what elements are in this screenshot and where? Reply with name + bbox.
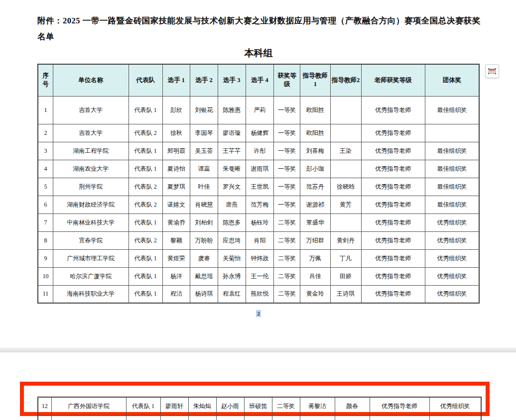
table-cell: 王世凯 xyxy=(246,178,274,196)
table-cell: 优秀指导老师 xyxy=(361,124,425,142)
table-cell: 杨钰玲 xyxy=(246,213,274,231)
table-cell: 二等奖 xyxy=(274,285,300,303)
table-cell: 覃盛华 xyxy=(300,213,330,231)
table-cell: 田娇 xyxy=(330,267,361,285)
table-cell: 范芳梅 xyxy=(246,196,274,213)
table-cell: 二等奖 xyxy=(274,267,300,285)
table-cell: 许彤 xyxy=(246,142,274,160)
table-cell: 广西外国语学院 xyxy=(51,397,126,415)
table-cell xyxy=(244,415,272,420)
column-header: 选手 2 xyxy=(190,64,218,96)
table-cell: 代表队 1 xyxy=(129,213,162,231)
table-select-button[interactable] xyxy=(485,64,499,78)
table-header-row: 序号单位名称代表队选手 1选手 2选手 3选手 4获奖等级指导教师1指导教师2老… xyxy=(38,64,479,96)
table-cell: 最佳组织奖 xyxy=(425,96,479,124)
table-cell: 吴玉荟 xyxy=(190,142,218,160)
table-cell: 代表队 1 xyxy=(129,249,162,267)
table-row xyxy=(38,415,481,420)
table-cell: 优秀组织奖 xyxy=(425,213,479,231)
table-cell: 刘喜梅 xyxy=(300,142,330,160)
table-cell: 谌婧文 xyxy=(162,196,190,213)
table-cell xyxy=(51,415,126,420)
table-cell: 优秀指导老师 xyxy=(361,178,425,196)
table-cell xyxy=(429,415,481,420)
table-cell: 熊欣悦 xyxy=(246,285,274,303)
table-cell: 一等奖 xyxy=(274,142,300,160)
table-cell: 万盼盼 xyxy=(190,231,218,249)
table-cell: 杨诗琪 xyxy=(190,285,218,303)
table-cell xyxy=(216,415,244,420)
column-header: 指导教师2 xyxy=(330,64,361,96)
table-cell xyxy=(330,213,361,231)
table-cell: 黄剑丹 xyxy=(330,231,361,249)
table-row: 5荆州学院代表队 2夏梦琪叶佳罗兴文王世凯一等奖范苏丹徐晓晗优秀指导老师最佳组织… xyxy=(38,178,479,196)
table-cell: 广州城市理工学院 xyxy=(53,249,129,267)
table-cell: 湖南工程学院 xyxy=(53,142,129,160)
table-cell: 黄煜荣 xyxy=(162,249,190,267)
table-cell: 二等奖 xyxy=(274,213,300,231)
table-cell: 虞睿 xyxy=(190,249,218,267)
table-select-icon xyxy=(488,67,497,75)
table-cell: 班硕笛 xyxy=(244,397,272,415)
table-cell: 荆州学院 xyxy=(53,178,129,196)
table-cell: 谭蕊 xyxy=(190,160,218,178)
table-cell: 中南林业科技大学 xyxy=(53,213,129,231)
column-header: 单位名称 xyxy=(53,64,129,96)
page-number: 2 xyxy=(256,310,261,317)
table-row: 6湖南财政经济学院代表队 2谌婧文肖晓慧唐燕范芳梅一等奖谢源祁黄芳优秀指导老师最… xyxy=(38,196,479,213)
table-row: 3湖南工程学院代表队 1郑明霞吴玉荟王芊芊许彤一等奖刘喜梅王染优秀指导老师最佳组… xyxy=(38,142,479,160)
table-cell: 钟炜政 xyxy=(246,249,274,267)
table-cell: 二等奖 xyxy=(274,231,300,249)
awards-table-undergraduate: 序号单位名称代表队选手 1选手 2选手 3选手 4获奖等级指导教师1指导教师2老… xyxy=(37,64,480,304)
table-cell xyxy=(272,415,300,420)
table-cell: 3 xyxy=(38,142,53,160)
table-cell xyxy=(126,415,160,420)
awards-table-continued: 12广西外国语学院代表队 1廖雨轩朱灿灿赵小雨班硕笛二等奖蒋黎洁颜春优秀指导老师… xyxy=(37,397,482,420)
table-cell: 刘柏剑 xyxy=(190,213,218,231)
table-cell: 优秀组织奖 xyxy=(425,231,479,249)
table-cell: 蒋黎洁 xyxy=(300,397,335,415)
table-cell xyxy=(188,415,216,420)
table-cell: 陈恩多 xyxy=(218,213,246,231)
table-cell: 赵小雨 xyxy=(216,397,244,415)
table-cell: 哈尔滨广厦学院 xyxy=(53,267,129,285)
table-cell: 二等奖 xyxy=(274,249,300,267)
table-row: 9广州城市理工学院代表队 1黄煜荣虞睿关菊怡钟炜政二等奖万佩丁凡优秀指导老师优秀… xyxy=(38,249,479,267)
table-cell xyxy=(300,415,335,420)
table-cell: 最佳组织奖 xyxy=(425,178,479,196)
table-cell xyxy=(370,415,429,420)
table-cell: 杨健辉 xyxy=(246,124,274,142)
table-cell: 吉首大学 xyxy=(53,96,129,124)
table-cell: 谢源祁 xyxy=(300,196,330,213)
table-cell: 优秀组织奖 xyxy=(425,267,479,285)
table-cell: 优秀指导老师 xyxy=(361,249,425,267)
table-body-continued: 12广西外国语学院代表队 1廖雨轩朱灿灿赵小雨班硕笛二等奖蒋黎洁颜春优秀指导老师… xyxy=(38,397,481,420)
table-cell: 一等奖 xyxy=(274,124,300,142)
table-cell: 杨洋 xyxy=(162,267,190,285)
table-cell: 一等奖 xyxy=(274,96,300,124)
table-cell: 5 xyxy=(38,178,53,196)
column-header: 序号 xyxy=(38,64,53,96)
table-cell xyxy=(425,124,479,142)
table-cell: 王一伦 xyxy=(246,267,274,285)
table-cell: 王芊芊 xyxy=(218,142,246,160)
column-header: 代表队 xyxy=(129,64,162,96)
table-cell: 代表队 1 xyxy=(129,285,162,303)
table-cell: 优秀指导老师 xyxy=(361,213,425,231)
table-cell xyxy=(330,160,361,178)
table-row: 12广西外国语学院代表队 1廖雨轩朱灿灿赵小雨班硕笛二等奖蒋黎洁颜春优秀指导老师… xyxy=(38,397,481,415)
table-cell: 代表队 1 xyxy=(129,96,162,124)
table-row: 7中南林业科技大学代表队 1黄渝乔刘柏剑陈恩多杨钰玲二等奖覃盛华优秀指导老师优秀… xyxy=(38,213,479,231)
table-cell: 应思琦 xyxy=(218,231,246,249)
column-header: 老师获奖等级 xyxy=(361,64,425,96)
table-cell: 最佳组织奖 xyxy=(425,160,479,178)
column-header: 指导教师1 xyxy=(300,64,330,96)
table-cell: 廖语璇 xyxy=(218,124,246,142)
table-row: 1吉首大学代表队 1彭欣刘银花陈雅惠严莉一等奖欧阳胜优秀指导老师最佳组织奖 xyxy=(38,96,479,124)
table-cell: 一等奖 xyxy=(274,178,300,196)
table-cell: 优秀指导老师 xyxy=(361,96,425,124)
table-cell: 11 xyxy=(38,285,53,303)
table-cell: 朱曼晰 xyxy=(218,160,246,178)
table-cell: 4 xyxy=(38,160,53,178)
table-cell: 戴思瑶 xyxy=(190,267,218,285)
